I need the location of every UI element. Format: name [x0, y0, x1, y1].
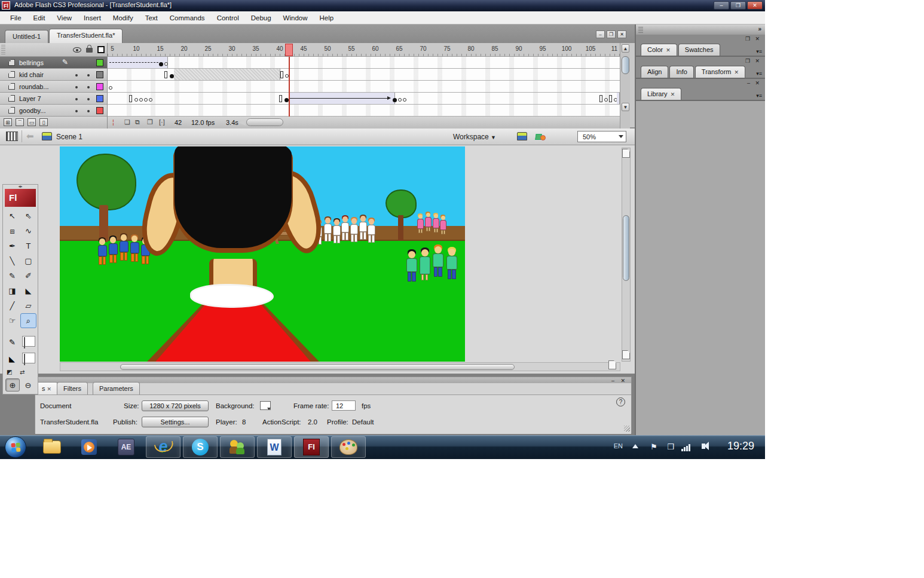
panel-menu-icon[interactable]: ▾≡	[756, 48, 762, 54]
empty-keyframe[interactable]	[134, 98, 138, 102]
menu-control[interactable]: Control	[212, 13, 244, 23]
after-effects-button[interactable]: AE	[109, 436, 143, 458]
stage-horizontal-scrollbar[interactable]	[60, 362, 620, 371]
text-tool[interactable]: T	[20, 238, 36, 253]
empty-keyframe[interactable]	[403, 98, 406, 102]
end-frame-marker[interactable]	[279, 95, 282, 102]
free-transform-tool[interactable]: ⧈	[4, 224, 20, 238]
stage-canvas[interactable]	[60, 146, 465, 362]
frame-rate-input[interactable]: 12	[332, 400, 356, 411]
close-tab-icon[interactable]: ✕	[671, 91, 675, 97]
workspace-dropdown[interactable]: Workspace ▼	[453, 133, 496, 141]
insert-layer-folder-button[interactable]: ▭	[27, 118, 36, 126]
size-button[interactable]: 1280 x 720 pixels	[142, 400, 209, 411]
layer-row-roundab-[interactable]: roundab...	[0, 81, 108, 93]
scroll-thumb[interactable]	[622, 56, 629, 74]
layer-row-Layer-7[interactable]: Layer 7	[0, 93, 108, 105]
lasso-tool[interactable]: ∿	[20, 224, 36, 238]
onion-skin-outlines-icon[interactable]: ⧉	[135, 118, 140, 126]
media-player-button[interactable]	[72, 436, 106, 458]
add-motion-guide-button[interactable]: ⌒	[16, 118, 24, 126]
pencil-tool[interactable]: ✎	[4, 268, 20, 283]
collapse-arrows-icon[interactable]: ◂▸	[18, 184, 22, 189]
edit-symbols-icon[interactable]	[536, 132, 546, 141]
tab-untitled[interactable]: Untitled-1	[5, 30, 48, 43]
frame-rate-value[interactable]: 12.0 fps	[191, 119, 215, 126]
scroll-up-arrow[interactable]: ▲	[622, 44, 629, 53]
edit-scene-icon[interactable]	[517, 132, 527, 140]
doc-restore-button[interactable]: ❐	[607, 30, 616, 38]
eyedropper-tool[interactable]: ╱	[4, 298, 20, 313]
menu-file[interactable]: File	[5, 13, 27, 23]
frame-span[interactable]	[174, 69, 280, 80]
stage-zoom-combo[interactable]: 50%	[577, 131, 626, 142]
panel-menu-icon[interactable]: ▾≡	[756, 93, 762, 99]
outline-layers-icon[interactable]	[97, 46, 105, 53]
empty-keyframe[interactable]	[139, 98, 143, 102]
visibility-dot[interactable]	[75, 86, 78, 88]
default-colors-icon[interactable]: ◩	[7, 369, 12, 375]
end-frame-marker[interactable]	[164, 71, 167, 78]
onion-skin-icon[interactable]: ❏	[124, 118, 130, 126]
panel-grip[interactable]	[1, 45, 5, 54]
doc-close-button[interactable]: ✕	[617, 30, 626, 38]
layer-row-goodby-[interactable]: goodby...	[0, 105, 108, 117]
update-icon[interactable]: ❒	[667, 442, 674, 451]
tray-expand-icon[interactable]	[632, 444, 638, 448]
zoom-out-mode-button[interactable]: ⊖	[21, 378, 35, 392]
lock-layers-icon[interactable]	[86, 48, 93, 53]
rectangle-tool[interactable]: ▢	[20, 253, 36, 268]
layer-row-bellrings[interactable]: bellrings✎	[0, 57, 108, 69]
timeline-toggle-icon[interactable]	[6, 131, 18, 141]
tab-color[interactable]: Color✕	[641, 44, 677, 56]
skype-button[interactable]: S	[183, 436, 218, 458]
end-frame-marker[interactable]	[129, 95, 132, 102]
zoom-in-mode-button[interactable]: ⊕	[5, 378, 20, 392]
lock-dot[interactable]	[87, 74, 90, 77]
publish-settings-button[interactable]: Settings...	[142, 417, 209, 427]
layer-outline-color-swatch[interactable]	[96, 71, 103, 78]
stage-vertical-scrollbar[interactable]	[622, 148, 631, 362]
insert-layer-button[interactable]: ⊞	[4, 118, 12, 126]
visibility-dot[interactable]	[75, 98, 78, 100]
flash-button[interactable]: Fl	[294, 436, 329, 458]
frame-ruler[interactable]: 5101520253035404550556065707580859095100…	[108, 43, 620, 57]
timeline-vertical-scrollbar[interactable]: ▲ ▼	[620, 43, 630, 129]
keyframe[interactable]	[393, 98, 397, 102]
expand-dock-icon[interactable]: »	[758, 26, 761, 32]
panel-group-buttons[interactable]: ❐ ✕	[745, 36, 761, 42]
close-tab-icon[interactable]: ✕	[666, 47, 671, 53]
edit-multiple-frames-icon[interactable]: ❐	[147, 118, 153, 126]
keyframe[interactable]	[159, 62, 163, 66]
messenger-button[interactable]	[220, 436, 255, 458]
menu-text[interactable]: Text	[140, 13, 163, 23]
empty-keyframe[interactable]	[604, 98, 608, 102]
tab-filters[interactable]: Filters	[57, 382, 88, 394]
word-button[interactable]: W	[257, 436, 292, 458]
visibility-dot[interactable]	[75, 110, 78, 112]
lock-dot[interactable]	[87, 86, 90, 88]
menu-modify[interactable]: Modify	[108, 13, 139, 23]
layer-outline-color-swatch[interactable]	[96, 95, 103, 102]
resize-grip-icon[interactable]	[624, 426, 630, 432]
ink-bottle-tool[interactable]: ◨	[4, 283, 20, 298]
fill-color-swatch[interactable]	[22, 353, 35, 363]
layer-outline-color-swatch[interactable]	[96, 59, 103, 66]
tab-library[interactable]: Library✕	[641, 88, 681, 100]
tab-transform[interactable]: Transform✕	[695, 66, 745, 78]
empty-keyframe[interactable]	[164, 62, 168, 66]
delete-layer-button[interactable]: ▯	[39, 118, 48, 126]
empty-keyframe[interactable]	[144, 98, 148, 102]
back-arrow-icon[interactable]: ⬅	[26, 131, 34, 142]
tab-align[interactable]: Align	[641, 66, 668, 78]
close-tab-icon[interactable]: ✕	[735, 69, 739, 75]
menu-insert[interactable]: Insert	[78, 13, 106, 23]
menu-help[interactable]: Help	[314, 13, 339, 23]
visibility-dot[interactable]	[75, 74, 78, 77]
volume-icon[interactable]	[702, 444, 705, 449]
modify-onion-markers-icon[interactable]: [·]	[159, 118, 165, 126]
paint-button[interactable]	[331, 436, 366, 458]
doc-minimize-button[interactable]: –	[596, 30, 605, 38]
help-icon[interactable]: ?	[616, 397, 625, 406]
subselection-tool[interactable]: ⇖	[20, 209, 36, 224]
